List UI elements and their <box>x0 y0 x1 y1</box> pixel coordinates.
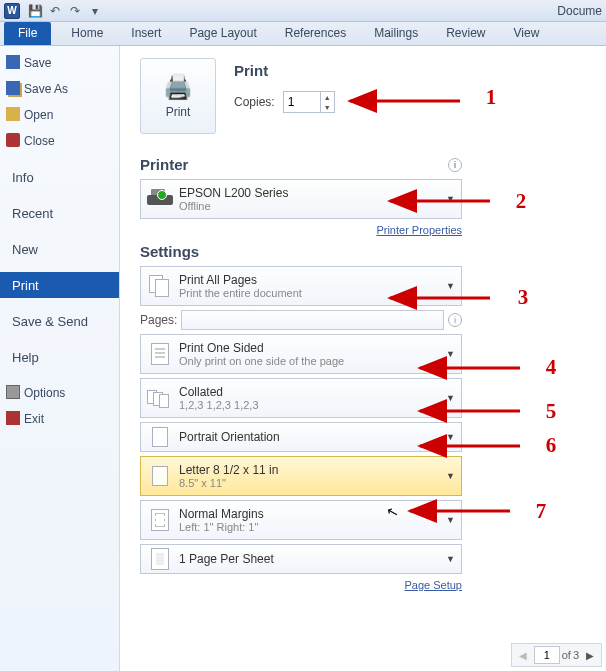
page-next-button[interactable]: ▶ <box>581 646 599 664</box>
sidebar-item-info[interactable]: Info <box>0 164 119 190</box>
save-as-icon <box>6 81 20 95</box>
sidebar-item-save[interactable]: Save <box>0 50 119 76</box>
page-prev-button[interactable]: ◀ <box>514 646 532 664</box>
tab-home[interactable]: Home <box>57 22 117 45</box>
qat-save-icon[interactable]: 💾 <box>26 3 44 19</box>
tab-references[interactable]: References <box>271 22 360 45</box>
page-icon <box>147 341 173 367</box>
annotation-number: 7 <box>536 500 547 523</box>
print-button[interactable]: 🖨️ Print <box>140 58 216 134</box>
sidebar-item-label: Save & Send <box>12 314 88 329</box>
printer-name: EPSON L200 Series <box>179 186 288 200</box>
annotation-number: 3 <box>518 286 529 309</box>
document-title: Docume <box>557 4 602 18</box>
paper-title: Letter 8 1/2 x 11 in <box>179 463 278 477</box>
annotation-number: 4 <box>546 356 557 379</box>
tab-file[interactable]: File <box>4 22 51 45</box>
paper-sub: 8.5" x 11" <box>179 477 278 489</box>
sidebar-item-open[interactable]: Open <box>0 102 119 128</box>
copies-input[interactable] <box>284 92 320 112</box>
sidebar-item-recent[interactable]: Recent <box>0 200 119 226</box>
chevron-down-icon: ▼ <box>446 349 455 359</box>
collate-title: Collated <box>179 385 259 399</box>
copies-spinner[interactable]: ▲ ▼ <box>283 91 335 113</box>
sidebar-item-label: Open <box>24 108 53 122</box>
margins-title: Normal Margins <box>179 507 264 521</box>
info-icon[interactable]: i <box>448 313 462 327</box>
info-icon[interactable]: i <box>448 158 462 172</box>
sidebar-item-exit[interactable]: Exit <box>0 406 119 432</box>
pages-per-sheet-select[interactable]: 1 Page Per Sheet ▼ <box>140 544 462 574</box>
page-navigator: ◀ of 3 ▶ <box>511 643 602 667</box>
sidebar-item-label: Print <box>12 278 39 293</box>
print-title: Print <box>234 62 335 79</box>
chevron-down-icon: ▼ <box>446 515 455 525</box>
sidebar-item-label: Help <box>12 350 39 365</box>
tab-view[interactable]: View <box>500 22 554 45</box>
tab-mailings[interactable]: Mailings <box>360 22 432 45</box>
word-app-icon: W <box>4 3 20 19</box>
printer-device-icon <box>147 186 173 212</box>
sidebar-item-label: Close <box>24 134 55 148</box>
annotation-number: 5 <box>546 400 557 423</box>
chevron-down-icon: ▼ <box>446 393 455 403</box>
sidebar-item-print[interactable]: Print <box>0 272 119 298</box>
qat-undo-icon[interactable]: ↶ <box>46 3 64 19</box>
paper-size-select[interactable]: Letter 8 1/2 x 11 in 8.5" x 11" ▼ <box>140 456 462 496</box>
sidebar-item-close[interactable]: Close <box>0 128 119 154</box>
tab-insert[interactable]: Insert <box>117 22 175 45</box>
margins-icon <box>147 507 173 533</box>
collate-sub: 1,2,3 1,2,3 1,2,3 <box>179 399 259 411</box>
qat-redo-icon[interactable]: ↷ <box>66 3 84 19</box>
backstage-sidebar: Save Save As Open Close Info Recent New … <box>0 46 120 671</box>
paper-icon <box>147 463 173 489</box>
page-of-label: of <box>562 649 571 661</box>
copies-down-icon[interactable]: ▼ <box>321 102 334 112</box>
margins-sub: Left: 1" Right: 1" <box>179 521 264 533</box>
print-panel: 🖨️ Print Print Copies: ▲ ▼ <box>120 46 606 671</box>
orientation-title: Portrait Orientation <box>179 430 280 444</box>
sidebar-item-label: Options <box>24 386 65 400</box>
printer-section-title: Printer <box>140 156 188 173</box>
sidebar-item-label: New <box>12 242 38 257</box>
annotation-number: 6 <box>546 434 557 457</box>
margins-select[interactable]: Normal Margins Left: 1" Right: 1" ▼ <box>140 500 462 540</box>
page-setup-link[interactable]: Page Setup <box>405 579 463 591</box>
sidebar-item-help[interactable]: Help <box>0 344 119 370</box>
portrait-icon <box>147 424 173 450</box>
sidebar-item-label: Info <box>12 170 34 185</box>
sides-title: Print One Sided <box>179 341 344 355</box>
page-current-input[interactable] <box>534 646 560 664</box>
sides-select[interactable]: Print One Sided Only print on one side o… <box>140 334 462 374</box>
copies-up-icon[interactable]: ▲ <box>321 92 334 102</box>
chevron-down-icon: ▼ <box>446 281 455 291</box>
sidebar-item-save-as[interactable]: Save As <box>0 76 119 102</box>
sidebar-item-save-send[interactable]: Save & Send <box>0 308 119 334</box>
save-icon <box>6 55 20 69</box>
sides-sub: Only print on one side of the page <box>179 355 344 367</box>
tab-page-layout[interactable]: Page Layout <box>175 22 270 45</box>
print-range-select[interactable]: Print All Pages Print the entire documen… <box>140 266 462 306</box>
sidebar-item-new[interactable]: New <box>0 236 119 262</box>
ribbon-tabs: File Home Insert Page Layout References … <box>0 22 606 46</box>
printer-status: Offline <box>179 200 288 212</box>
print-range-sub: Print the entire document <box>179 287 302 299</box>
collate-select[interactable]: Collated 1,2,3 1,2,3 1,2,3 ▼ <box>140 378 462 418</box>
printer-properties-link[interactable]: Printer Properties <box>376 224 462 236</box>
orientation-select[interactable]: Portrait Orientation ▼ <box>140 422 462 452</box>
page-total: 3 <box>573 649 579 661</box>
qat-customize-icon[interactable]: ▾ <box>86 3 104 19</box>
ppp-title: 1 Page Per Sheet <box>179 552 274 566</box>
chevron-down-icon: ▼ <box>446 554 455 564</box>
printer-select[interactable]: EPSON L200 Series Offline ▼ <box>140 179 462 219</box>
pages-label: Pages: <box>140 313 177 327</box>
sidebar-item-options[interactable]: Options <box>0 380 119 406</box>
annotation-number: 1 <box>486 86 497 109</box>
settings-section-title: Settings <box>140 243 199 260</box>
chevron-down-icon: ▼ <box>446 432 455 442</box>
tab-review[interactable]: Review <box>432 22 499 45</box>
one-page-icon <box>147 546 173 572</box>
annotation-number: 2 <box>516 190 527 213</box>
sidebar-item-label: Exit <box>24 412 44 426</box>
pages-input[interactable] <box>181 310 444 330</box>
